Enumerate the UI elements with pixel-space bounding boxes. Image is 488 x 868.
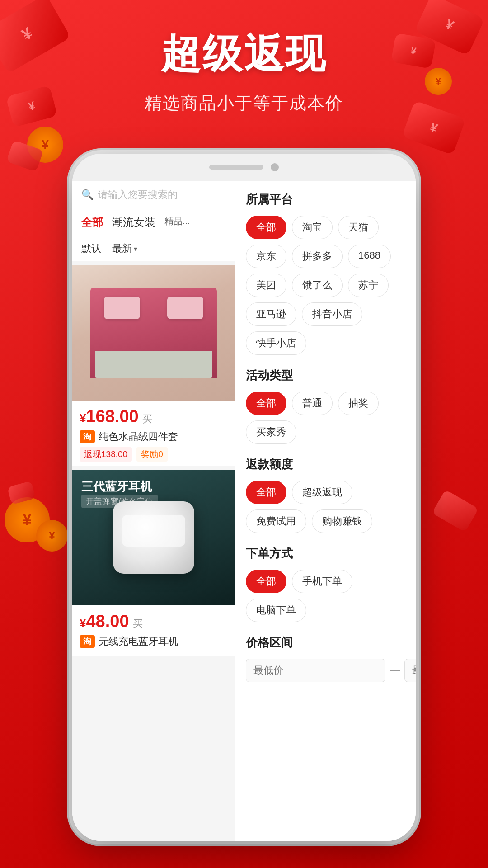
search-icon: 🔍 bbox=[81, 189, 94, 201]
search-placeholder-text: 请输入您要搜索的 bbox=[98, 188, 178, 202]
sort-bar: 默认 最新 ▾ bbox=[72, 236, 235, 261]
product-image-bedding bbox=[72, 265, 235, 401]
price-bedding: ¥168.00 bbox=[80, 407, 139, 426]
phone-screen: 🔍 请输入您要搜索的 全部 潮流女装 精品... 默认 最新 ▾ bbox=[72, 181, 416, 841]
filter-title-cashback: 返款额度 bbox=[246, 457, 405, 472]
cat-tab-more[interactable]: 精品... bbox=[164, 215, 190, 230]
sort-arrow-icon: ▾ bbox=[134, 245, 137, 253]
deco-coin-4: ¥ bbox=[36, 520, 68, 552]
filter-tag-pinduoduo[interactable]: 拼多多 bbox=[292, 245, 343, 268]
product-image-earbuds: 三代蓝牙耳机 开盖弹窗/改名定位 bbox=[72, 470, 235, 605]
filter-tags-cashback: 全部 超级返现 免费试用 购物赚钱 bbox=[246, 481, 405, 533]
bed-pillow-right bbox=[167, 297, 203, 319]
filter-tag-super-cashback[interactable]: 超级返现 bbox=[292, 481, 352, 504]
right-panel-filters: 所属平台 全部 淘宝 天猫 京东 拼多多 1688 美团 饿了么 苏宁 亚马逊 … bbox=[235, 181, 416, 841]
bed-pillow-left bbox=[104, 297, 140, 319]
reward-badge-bedding: 奖励0 bbox=[136, 447, 168, 462]
filter-section-activity: 活动类型 全部 普通 抽奖 买家秀 bbox=[246, 368, 405, 444]
header-section: 超级返现 精选商品小于等于成本价 bbox=[0, 27, 488, 115]
filter-tag-taobao[interactable]: 淘宝 bbox=[292, 216, 333, 239]
product-title-earbuds: 无线充电蓝牙耳机 bbox=[99, 635, 178, 648]
filter-section-cashback: 返款额度 全部 超级返现 免费试用 购物赚钱 bbox=[246, 457, 405, 533]
filter-tags-platform: 全部 淘宝 天猫 京东 拼多多 1688 美团 饿了么 苏宁 亚马逊 抖音小店 … bbox=[246, 216, 405, 355]
filter-section-order: 下单方式 全部 手机下单 电脑下单 bbox=[246, 546, 405, 622]
product-card-earbuds[interactable]: 三代蓝牙耳机 开盖弹窗/改名定位 ¥48.00 买 淘 无线充电蓝牙耳机 bbox=[72, 470, 235, 656]
price-action-bedding: 买 bbox=[142, 412, 152, 426]
platform-badge-earbuds: 淘 bbox=[80, 635, 95, 648]
filter-tag-meituan[interactable]: 美团 bbox=[246, 274, 286, 297]
price-max-input[interactable] bbox=[404, 659, 416, 682]
product-title-bedding: 纯色水晶绒四件套 bbox=[99, 430, 178, 443]
filter-tag-cashback-all[interactable]: 全部 bbox=[246, 481, 286, 504]
phone-speaker bbox=[209, 165, 263, 170]
filter-tag-jingdong[interactable]: 京东 bbox=[246, 245, 286, 268]
cashback-row-bedding: 返现138.00 奖励0 bbox=[80, 447, 228, 462]
sort-newest[interactable]: 最新 ▾ bbox=[112, 242, 137, 255]
filter-tag-eleme[interactable]: 饿了么 bbox=[292, 274, 343, 297]
filter-tag-pc-order[interactable]: 电脑下单 bbox=[246, 599, 306, 622]
filter-tag-order-all[interactable]: 全部 bbox=[246, 570, 286, 593]
filter-tag-earn-shopping[interactable]: 购物赚钱 bbox=[312, 509, 372, 533]
filter-title-price: 价格区间 bbox=[246, 635, 405, 651]
product-card-bedding[interactable]: ¥168.00 买 淘 纯色水晶绒四件套 返现138.00 奖励0 bbox=[72, 265, 235, 466]
price-row-earbuds: ¥48.00 买 bbox=[80, 612, 228, 631]
filter-tag-mobile-order[interactable]: 手机下单 bbox=[292, 570, 352, 593]
filter-tag-activity-all[interactable]: 全部 bbox=[246, 392, 286, 415]
price-earbuds: ¥48.00 bbox=[80, 612, 129, 631]
filter-tag-tianmao[interactable]: 天猫 bbox=[338, 216, 379, 239]
filter-tag-douyin[interactable]: 抖音小店 bbox=[302, 302, 362, 326]
filter-tags-order: 全部 手机下单 电脑下单 bbox=[246, 570, 405, 622]
filter-tag-normal[interactable]: 普通 bbox=[292, 392, 333, 415]
phone-camera bbox=[271, 163, 279, 171]
filter-section-price: 价格区间 — bbox=[246, 635, 405, 682]
filter-tag-lottery[interactable]: 抽奖 bbox=[338, 392, 379, 415]
price-row-bedding: ¥168.00 买 bbox=[80, 407, 228, 426]
product-info-earbuds: ¥48.00 买 淘 无线充电蓝牙耳机 bbox=[72, 605, 235, 656]
price-range-dash: — bbox=[390, 665, 400, 676]
category-tabs: 全部 潮流女装 精品... bbox=[72, 209, 235, 236]
earbuds-case-visual bbox=[113, 501, 194, 574]
product-info-bedding: ¥168.00 买 淘 纯色水晶绒四件套 返现138.00 奖励0 bbox=[72, 401, 235, 466]
filter-tag-1688[interactable]: 1688 bbox=[348, 245, 391, 268]
cat-tab-all[interactable]: 全部 bbox=[81, 215, 103, 230]
filter-tag-amazon[interactable]: 亚马逊 bbox=[246, 302, 296, 326]
price-min-input[interactable] bbox=[246, 659, 385, 682]
filter-tag-suning[interactable]: 苏宁 bbox=[348, 274, 389, 297]
cashback-badge-bedding: 返现138.00 bbox=[80, 447, 132, 462]
filter-tag-platform-all[interactable]: 全部 bbox=[246, 216, 286, 239]
left-panel: 🔍 请输入您要搜索的 全部 潮流女装 精品... 默认 最新 ▾ bbox=[72, 181, 235, 841]
product-title-row-earbuds: 淘 无线充电蓝牙耳机 bbox=[80, 635, 228, 648]
earbuds-product-name: 三代蓝牙耳机 bbox=[81, 479, 152, 495]
sub-title: 精选商品小于等于成本价 bbox=[0, 92, 488, 115]
platform-badge-bedding: 淘 bbox=[80, 430, 95, 443]
search-bar[interactable]: 🔍 请输入您要搜索的 bbox=[72, 181, 235, 209]
filter-section-platform: 所属平台 全部 淘宝 天猫 京东 拼多多 1688 美团 饿了么 苏宁 亚马逊 … bbox=[246, 192, 405, 355]
filter-tag-kuaishou[interactable]: 快手小店 bbox=[246, 331, 306, 355]
filter-tags-activity: 全部 普通 抽奖 买家秀 bbox=[246, 392, 405, 444]
price-action-earbuds: 买 bbox=[133, 617, 143, 631]
phone-mockup: 🔍 请输入您要搜索的 全部 潮流女装 精品... 默认 最新 ▾ bbox=[72, 154, 416, 841]
sort-default[interactable]: 默认 bbox=[81, 242, 101, 255]
filter-tag-buyer-show[interactable]: 买家秀 bbox=[246, 420, 296, 444]
filter-tag-free-trial[interactable]: 免费试用 bbox=[246, 509, 306, 533]
product-title-row-bedding: 淘 纯色水晶绒四件套 bbox=[80, 430, 228, 443]
cat-tab-fashion[interactable]: 潮流女装 bbox=[112, 215, 155, 230]
filter-title-activity: 活动类型 bbox=[246, 368, 405, 383]
filter-title-platform: 所属平台 bbox=[246, 192, 405, 208]
phone-top-bar bbox=[72, 154, 416, 181]
main-title: 超级返现 bbox=[0, 27, 488, 81]
filter-title-order: 下单方式 bbox=[246, 546, 405, 561]
price-range-row: — bbox=[246, 659, 405, 682]
